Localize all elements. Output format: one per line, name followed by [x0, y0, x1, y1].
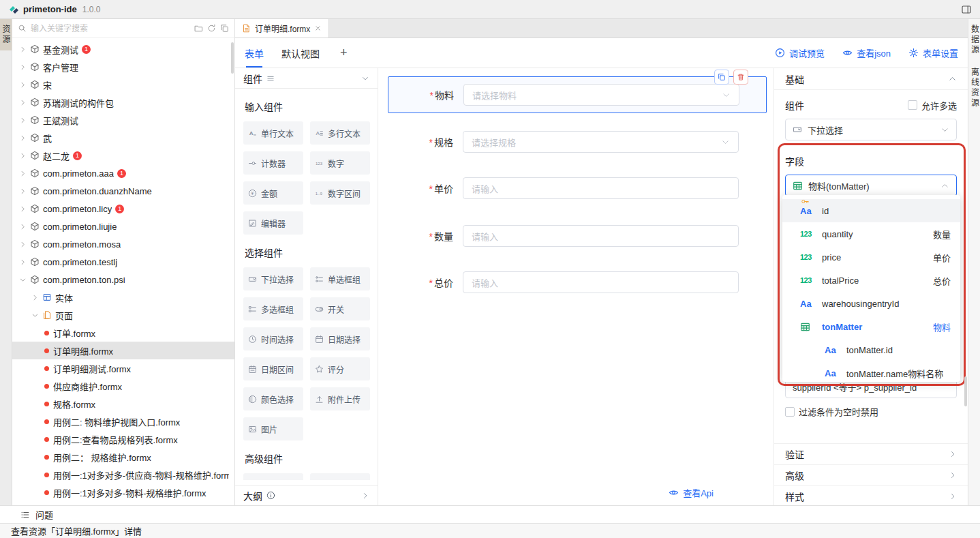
form-field-row[interactable]: *数量请输入 [388, 225, 767, 247]
add-view-button[interactable]: + [340, 46, 348, 60]
filter-disable-checkbox[interactable] [785, 407, 795, 417]
tree-item[interactable]: 客户管理 [12, 58, 234, 76]
tree-item[interactable]: 用例二: 物料维护视图入口.formx [12, 413, 234, 430]
field-option[interactable]: AatonMatter.name物料名称 [782, 361, 960, 382]
palette-item[interactable]: 附件上传 [310, 387, 370, 410]
chevron-right-icon[interactable] [19, 258, 27, 266]
section-advanced[interactable]: 高级 [774, 464, 968, 485]
tree-item[interactable]: 用例一:1对多对多-物料-规格维护.formx [12, 483, 234, 501]
tree-item[interactable]: 基金测试1 [12, 40, 234, 58]
tab-resources[interactable]: 资源 [0, 19, 12, 50]
debug-preview-button[interactable]: 调试预览 [775, 46, 825, 59]
tab-offline-resources[interactable]: 离线资源 [968, 68, 980, 108]
field-option[interactable]: 123totalPrice总价 [782, 269, 960, 292]
form-field-row[interactable]: *总价请输入 [388, 271, 767, 293]
tree-item[interactable]: 王斌测试 [12, 111, 234, 129]
field-select-control[interactable]: 请选择规格 [463, 131, 739, 153]
scrollbar-thumb[interactable] [231, 42, 234, 74]
chevron-right-icon[interactable] [19, 170, 27, 177]
chevron-right-icon[interactable] [19, 152, 27, 160]
refresh-icon[interactable] [207, 24, 216, 33]
field-input-control[interactable]: 请输入 [463, 225, 739, 247]
tree-item[interactable]: com.primeton.liujie [12, 218, 234, 235]
palette-item[interactable]: 下拉选择 [243, 267, 303, 290]
chevron-right-icon[interactable] [19, 99, 27, 106]
tree-item[interactable]: 用例二:查看物品规格列表.formx [12, 430, 234, 448]
multi-select-checkbox[interactable] [908, 100, 917, 110]
outline-bar[interactable]: 大纲 [235, 485, 378, 505]
form-field-row[interactable]: *单价请输入 [388, 177, 767, 199]
tree-item[interactable]: 苏瑞测试的构件包 [12, 93, 234, 111]
panel-toggle-icon[interactable] [961, 4, 972, 15]
tree-item[interactable]: 规格.formx [12, 395, 234, 413]
tab-default-view[interactable]: 默认视图 [281, 38, 320, 68]
tree-item[interactable]: 实体 [12, 288, 234, 306]
palette-item[interactable]: 多选框组 [243, 297, 303, 320]
tree-item[interactable]: com.primeton.testlj [12, 253, 234, 271]
editor-tab-active[interactable]: 订单明细.formx [235, 19, 329, 38]
tree-item[interactable]: 订单.formx [12, 324, 234, 342]
tree-item[interactable]: 用例二： 规格维护.formx [12, 448, 234, 466]
section-validation[interactable]: 验证 [774, 443, 968, 464]
palette-item[interactable]: 开关 [310, 297, 370, 320]
copy-field-button[interactable] [714, 70, 729, 85]
field-option[interactable]: 123quantity数量 [782, 222, 960, 245]
palette-item[interactable]: 颜色选择 [243, 387, 303, 410]
tree-item[interactable]: com.primeton.ton.psi [12, 271, 234, 288]
palette-item[interactable]: 计数器 [243, 151, 303, 175]
locate-file-icon[interactable] [220, 24, 229, 33]
tree-item[interactable]: 宋 [12, 76, 234, 93]
chevron-right-icon[interactable] [19, 63, 27, 71]
basic-section-header[interactable]: 基础 [774, 68, 968, 90]
tree-item[interactable]: com.primeton.licy1 [12, 200, 234, 218]
tab-data-source[interactable]: 数据源 [968, 25, 980, 55]
tree-item[interactable]: 页面 [12, 306, 234, 324]
form-settings-button[interactable]: 表单设置 [908, 46, 958, 59]
chevron-down-icon[interactable] [31, 312, 39, 319]
palette-item[interactable]: 图片 [243, 417, 303, 440]
form-canvas[interactable]: *物料请选择物料*规格请选择规格*单价请输入*数量请输入*总价请输入 查看Api [378, 68, 774, 505]
filter-disable-checkbox-row[interactable]: 过滤条件为空时禁用 [785, 405, 878, 418]
field-input-control[interactable]: 请输入 [463, 271, 739, 293]
palette-item[interactable]: A多行文本 [310, 121, 370, 145]
chevron-right-icon[interactable] [19, 241, 27, 248]
palette-item[interactable]: 1..9数字区间 [310, 181, 370, 205]
field-option[interactable]: tonMatter物料 [782, 315, 960, 338]
search-input[interactable] [31, 24, 190, 33]
palette-item[interactable]: 日期区间 [243, 357, 303, 380]
palette-item[interactable]: ¥金额 [243, 181, 303, 205]
multi-select-checkbox-wrap[interactable]: 允许多选 [908, 99, 957, 112]
form-field-row[interactable]: *规格请选择规格 [388, 131, 767, 153]
chevron-right-icon[interactable] [19, 188, 27, 195]
section-style[interactable]: 样式 [774, 485, 968, 505]
delete-field-button[interactable] [733, 70, 748, 85]
tree-item[interactable]: com.primeton.duanzhName [12, 182, 234, 200]
palette-item[interactable]: 日期选择 [310, 327, 370, 350]
tab-form[interactable]: 表单 [245, 38, 264, 68]
chevron-right-icon[interactable] [19, 117, 27, 124]
tree-item[interactable]: 用例一:1对多对多-供应商-物料-规格维护.formx [12, 466, 234, 483]
tree-item[interactable]: 赵二龙1 [12, 147, 234, 164]
tree-item[interactable]: com.primeton.aaa1 [12, 164, 234, 182]
chevron-right-icon[interactable] [19, 134, 27, 142]
palette-item-clipped[interactable] [243, 473, 303, 480]
palette-item-clipped[interactable] [310, 473, 370, 480]
palette-item[interactable]: 时间选择 [243, 327, 303, 350]
field-option[interactable]: Aaid [782, 199, 960, 222]
tree-item[interactable]: com.primeton.mosa [12, 235, 234, 253]
field-input-control[interactable]: 请输入 [463, 177, 739, 199]
chevron-right-icon[interactable] [19, 81, 27, 89]
palette-item[interactable]: A单行文本 [243, 121, 303, 145]
problems-bar[interactable]: 问题 [0, 505, 980, 523]
view-json-button[interactable]: 查看json [842, 46, 891, 59]
scrollbar-thumb[interactable] [964, 376, 967, 406]
selected-form-field[interactable]: *物料请选择物料 [388, 76, 767, 113]
collapse-folders-icon[interactable] [194, 24, 203, 33]
chevron-right-icon[interactable] [19, 46, 27, 53]
component-type-select[interactable]: 下拉选择 [785, 119, 957, 140]
field-select-control[interactable]: 请选择物料 [463, 84, 739, 106]
tree-item[interactable]: 订单明细.formx [12, 342, 234, 359]
close-tab-icon[interactable] [314, 25, 322, 32]
view-api-link[interactable]: 查看Api [669, 486, 714, 499]
field-option[interactable]: 123price单价 [782, 245, 960, 269]
